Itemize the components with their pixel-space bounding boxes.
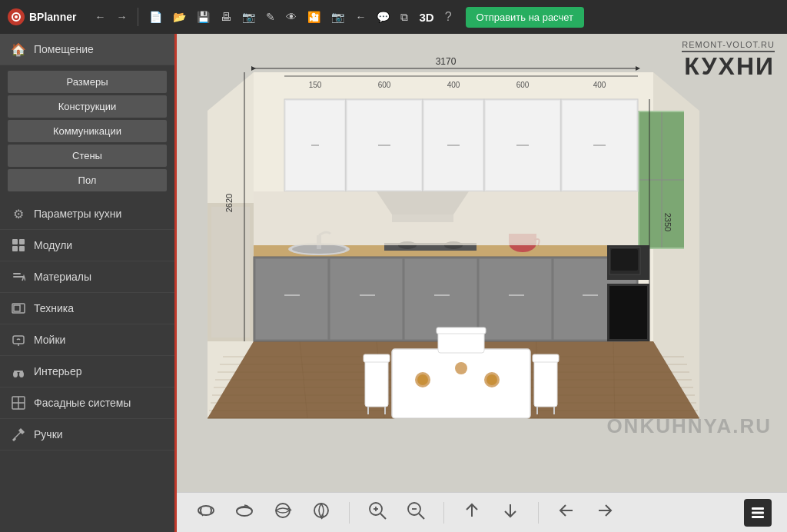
move-up-button[interactable] bbox=[458, 497, 486, 528]
svg-rect-10 bbox=[13, 336, 24, 344]
sidebar-item-sinks[interactable]: Мойки bbox=[0, 324, 174, 356]
svg-text:400: 400 bbox=[447, 81, 460, 89]
handles-label: Ручки bbox=[34, 428, 63, 441]
room-label: Помещение bbox=[34, 43, 94, 55]
svg-text:600: 600 bbox=[378, 81, 391, 89]
rotate-y-button[interactable] bbox=[307, 497, 335, 528]
svg-rect-113 bbox=[437, 328, 486, 334]
logo-icon bbox=[8, 8, 25, 25]
eye-button[interactable]: 👁 bbox=[283, 9, 300, 25]
svg-rect-15 bbox=[14, 371, 23, 372]
sub-item-walls[interactable]: Стены bbox=[8, 145, 167, 167]
move-down-button[interactable] bbox=[496, 497, 524, 528]
move-right-button[interactable] bbox=[591, 497, 619, 528]
svg-rect-86 bbox=[254, 191, 638, 245]
bn-sep3 bbox=[538, 502, 539, 524]
logo-area: BPlanner bbox=[8, 8, 76, 25]
forward-button[interactable]: → bbox=[113, 9, 130, 25]
svg-point-1 bbox=[15, 15, 18, 18]
svg-rect-4 bbox=[12, 246, 18, 251]
svg-rect-2 bbox=[12, 239, 18, 244]
interior-label: Интерьер bbox=[34, 365, 82, 377]
save-button[interactable]: 💾 bbox=[194, 9, 213, 25]
sub-item-constructions[interactable]: Конструкции bbox=[8, 95, 167, 118]
edit-button[interactable]: ✎ bbox=[263, 9, 278, 25]
svg-text:2350: 2350 bbox=[663, 213, 672, 231]
facade-label: Фасадные системы bbox=[34, 397, 131, 409]
app-title: BPlanner bbox=[29, 11, 76, 23]
params-label: Параметры кухни bbox=[34, 208, 121, 220]
svg-rect-83 bbox=[611, 249, 638, 271]
top-toolbar: BPlanner ← → 📄 📂 💾 🖶 📷 ✎ 👁 🎦 📷 ← 💬 ⧉ 3D … bbox=[0, 0, 787, 34]
interior-icon bbox=[11, 364, 26, 379]
sub-item-communications[interactable]: Коммуникации bbox=[8, 120, 167, 142]
back-button[interactable]: ← bbox=[91, 9, 108, 25]
svg-rect-5 bbox=[19, 246, 25, 251]
sink-icon bbox=[11, 332, 26, 347]
image-button[interactable]: 📷 bbox=[239, 9, 258, 25]
print-button[interactable]: 🖶 bbox=[218, 9, 234, 25]
video-button[interactable]: 🎦 bbox=[304, 9, 324, 25]
svg-rect-3 bbox=[19, 239, 25, 244]
svg-point-117 bbox=[486, 374, 497, 385]
bottom-nav bbox=[177, 492, 787, 532]
tech-icon bbox=[11, 301, 26, 316]
sidebar-item-tech[interactable]: Техника bbox=[0, 293, 174, 324]
move-left-button[interactable] bbox=[553, 497, 580, 528]
svg-rect-103 bbox=[392, 349, 530, 418]
sub-item-sizes[interactable]: Размеры bbox=[8, 71, 167, 93]
help-button[interactable]: ? bbox=[442, 8, 455, 25]
open-file-button[interactable]: 📂 bbox=[170, 9, 189, 25]
main-layout: 🏠 Помещение Размеры Конструкции Коммуник… bbox=[0, 34, 787, 532]
sidebar-item-facade[interactable]: Фасадные системы bbox=[0, 387, 174, 419]
new-file-button[interactable]: 📄 bbox=[146, 9, 165, 25]
pan-button[interactable] bbox=[231, 497, 258, 528]
svg-point-122 bbox=[276, 504, 290, 517]
sidebar-item-room[interactable]: 🏠 Помещение bbox=[0, 34, 174, 65]
content-area: REMONT-VOLOT.RU КУХНИ ONKUHNYA.RU bbox=[177, 34, 787, 532]
svg-point-123 bbox=[314, 504, 328, 517]
sidebar-item-handles[interactable]: Ручки bbox=[0, 419, 174, 451]
chat-button[interactable]: 💬 bbox=[374, 9, 393, 25]
svg-rect-63 bbox=[330, 258, 403, 340]
list-view-button[interactable] bbox=[744, 499, 772, 527]
fullscreen-button[interactable]: ⧉ bbox=[397, 9, 411, 25]
modules-icon bbox=[11, 238, 26, 253]
bn-sep1 bbox=[349, 502, 350, 524]
sidebar: 🏠 Помещение Размеры Конструкции Коммуник… bbox=[0, 34, 177, 532]
sidebar-item-modules[interactable]: Модули bbox=[0, 230, 174, 261]
svg-rect-108 bbox=[534, 357, 557, 407]
svg-text:600: 600 bbox=[516, 81, 530, 89]
sinks-label: Мойки bbox=[34, 334, 65, 346]
materials-icon bbox=[11, 269, 26, 284]
sub-item-floor[interactable]: Пол bbox=[8, 169, 167, 191]
orbit-button[interactable] bbox=[192, 497, 220, 528]
zoom-in-button[interactable] bbox=[364, 497, 391, 528]
svg-rect-133 bbox=[752, 516, 764, 518]
svg-rect-105 bbox=[364, 354, 390, 362]
camera-button[interactable]: 📷 bbox=[328, 9, 347, 25]
sep1 bbox=[138, 8, 138, 26]
svg-line-127 bbox=[380, 514, 386, 519]
svg-rect-132 bbox=[752, 511, 764, 514]
kitchen-scene: 3170 150 600 400 600 400 2350 2620 bbox=[192, 49, 715, 449]
svg-line-130 bbox=[419, 514, 424, 519]
sidebar-item-params[interactable]: ⚙ Параметры кухни bbox=[0, 198, 174, 230]
sidebar-item-interior[interactable]: Интерьер bbox=[0, 356, 174, 387]
undo-button[interactable]: ← bbox=[352, 9, 369, 25]
rotate-x-button[interactable] bbox=[269, 497, 297, 528]
bn-sep2 bbox=[443, 502, 444, 524]
send-to-calc-button[interactable]: Отправить на расчет bbox=[466, 7, 584, 28]
svg-text:400: 400 bbox=[593, 81, 606, 89]
zoom-out-button[interactable] bbox=[402, 497, 430, 528]
svg-rect-65 bbox=[479, 258, 552, 340]
3d-view[interactable]: REMONT-VOLOT.RU КУХНИ ONKUHNYA.RU bbox=[177, 34, 787, 492]
svg-rect-7 bbox=[13, 273, 21, 274]
room-sub-items: Размеры Конструкции Коммуникации Стены П… bbox=[0, 65, 174, 198]
watermark-site-small: REMONT-VOLOT.RU bbox=[682, 40, 775, 49]
3d-button[interactable]: 3D bbox=[416, 9, 437, 25]
svg-text:150: 150 bbox=[309, 81, 322, 89]
modules-label: Модули bbox=[34, 239, 72, 251]
svg-rect-6 bbox=[13, 276, 24, 278]
sidebar-item-materials[interactable]: Материалы bbox=[0, 261, 174, 293]
